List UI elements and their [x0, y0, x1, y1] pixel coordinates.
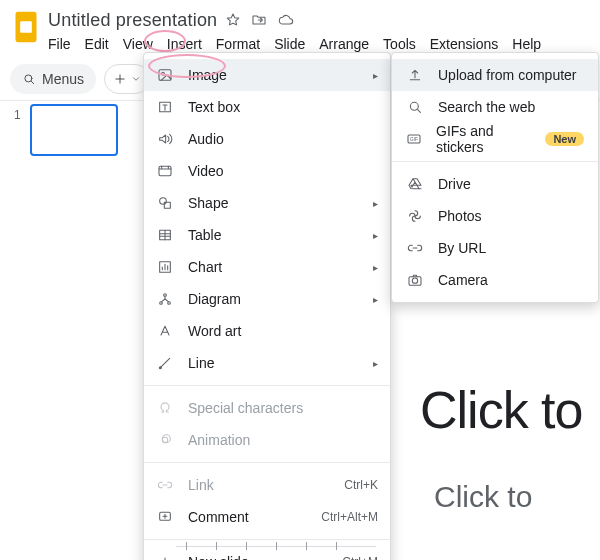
image-icon	[156, 67, 174, 83]
submenu-arrow-icon: ▸	[373, 70, 378, 81]
drive-icon	[406, 176, 424, 192]
mi-label: GIFs and stickers	[436, 123, 531, 155]
mi-label: Word art	[188, 323, 241, 339]
move-folder-icon[interactable]	[251, 12, 267, 28]
thumbnail-panel: 1	[0, 92, 130, 560]
svg-rect-1	[20, 21, 32, 33]
star-icon[interactable]	[225, 12, 241, 28]
shortcut: Ctrl+M	[342, 555, 378, 560]
insert-table[interactable]: Table ▸	[144, 219, 390, 251]
textbox-icon	[156, 99, 174, 115]
svg-point-4	[162, 72, 165, 75]
shortcut: Ctrl+K	[344, 478, 378, 492]
menu-separator	[392, 161, 598, 162]
photos-icon	[406, 208, 424, 224]
image-photos[interactable]: Photos	[392, 200, 598, 232]
cloud-status-icon[interactable]	[277, 12, 295, 28]
image-search-web[interactable]: Search the web	[392, 91, 598, 123]
menus-label: Menus	[42, 71, 84, 87]
subtitle-placeholder[interactable]: Click to	[434, 480, 532, 514]
app-header: Untitled presentation File Edit View Ins…	[0, 0, 600, 58]
svg-rect-6	[159, 166, 171, 175]
table-icon	[156, 227, 174, 243]
mi-label: Special characters	[188, 400, 303, 416]
insert-wordart[interactable]: Word art	[144, 315, 390, 347]
insert-line[interactable]: Line ▸	[144, 347, 390, 379]
image-submenu: Upload from computer Search the web GIF …	[391, 52, 599, 303]
link-icon	[156, 477, 174, 493]
svg-point-14	[159, 367, 161, 369]
image-camera[interactable]: Camera	[392, 264, 598, 296]
image-gifs[interactable]: GIF GIFs and stickers New	[392, 123, 598, 155]
svg-point-16	[162, 435, 170, 443]
insert-animation: Animation	[144, 424, 390, 456]
insert-audio[interactable]: Audio	[144, 123, 390, 155]
plus-icon	[156, 554, 174, 560]
audio-icon	[156, 131, 174, 147]
insert-link: Link Ctrl+K	[144, 469, 390, 501]
insert-video[interactable]: Video	[144, 155, 390, 187]
insert-image[interactable]: Image ▸	[144, 59, 390, 91]
menu-file[interactable]: File	[48, 36, 71, 52]
submenu-arrow-icon: ▸	[373, 230, 378, 241]
svg-point-7	[160, 198, 167, 205]
ruler	[176, 540, 376, 554]
camera-icon	[406, 272, 424, 288]
menu-help[interactable]: Help	[512, 36, 541, 52]
mi-label: Photos	[438, 208, 482, 224]
mi-label: Chart	[188, 259, 222, 275]
mi-label: Image	[188, 67, 227, 83]
doc-title[interactable]: Untitled presentation	[48, 10, 217, 31]
insert-menu: Image ▸ Text box Audio Video Shape ▸ Tab…	[143, 52, 391, 560]
insert-chart[interactable]: Chart ▸	[144, 251, 390, 283]
shape-icon	[156, 195, 174, 211]
insert-comment[interactable]: Comment Ctrl+Alt+M	[144, 501, 390, 533]
upload-icon	[406, 67, 424, 83]
mi-label: Comment	[188, 509, 249, 525]
mi-label: Audio	[188, 131, 224, 147]
diagram-icon	[156, 291, 174, 307]
comment-icon	[156, 509, 174, 525]
mi-label: Diagram	[188, 291, 241, 307]
svg-rect-3	[159, 70, 171, 81]
link-icon	[406, 240, 424, 256]
menu-edit[interactable]: Edit	[85, 36, 109, 52]
menu-insert[interactable]: Insert	[167, 36, 202, 52]
menu-format[interactable]: Format	[216, 36, 260, 52]
mi-label: Drive	[438, 176, 471, 192]
line-icon	[156, 355, 174, 371]
submenu-arrow-icon: ▸	[373, 198, 378, 209]
insert-diagram[interactable]: Diagram ▸	[144, 283, 390, 315]
mi-label: Line	[188, 355, 214, 371]
image-upload[interactable]: Upload from computer	[392, 59, 598, 91]
menu-arrange[interactable]: Arrange	[319, 36, 369, 52]
slide-canvas[interactable]: Click to Click to	[400, 360, 600, 540]
insert-textbox[interactable]: Text box	[144, 91, 390, 123]
svg-point-19	[410, 102, 418, 110]
image-url[interactable]: By URL	[392, 232, 598, 264]
menu-tools[interactable]: Tools	[383, 36, 416, 52]
insert-shape[interactable]: Shape ▸	[144, 187, 390, 219]
insert-special-chars: Special characters	[144, 392, 390, 424]
gif-icon: GIF	[406, 131, 422, 147]
submenu-arrow-icon: ▸	[373, 262, 378, 273]
new-badge: New	[545, 132, 584, 146]
menu-extensions[interactable]: Extensions	[430, 36, 498, 52]
image-drive[interactable]: Drive	[392, 168, 598, 200]
wordart-icon	[156, 323, 174, 339]
slide-number: 1	[14, 108, 21, 122]
slides-logo	[10, 8, 42, 46]
submenu-arrow-icon: ▸	[373, 294, 378, 305]
video-icon	[156, 163, 174, 179]
slide-thumbnail-1[interactable]	[30, 104, 118, 156]
menus-button[interactable]: Menus	[10, 64, 96, 94]
menu-slide[interactable]: Slide	[274, 36, 305, 52]
menu-separator	[144, 385, 390, 386]
mi-label: Upload from computer	[438, 67, 577, 83]
menu-view[interactable]: View	[123, 36, 153, 52]
mi-label: Video	[188, 163, 224, 179]
title-placeholder[interactable]: Click to	[420, 380, 582, 440]
svg-text:GIF: GIF	[410, 137, 418, 142]
shortcut: Ctrl+Alt+M	[321, 510, 378, 524]
menu-separator	[144, 462, 390, 463]
